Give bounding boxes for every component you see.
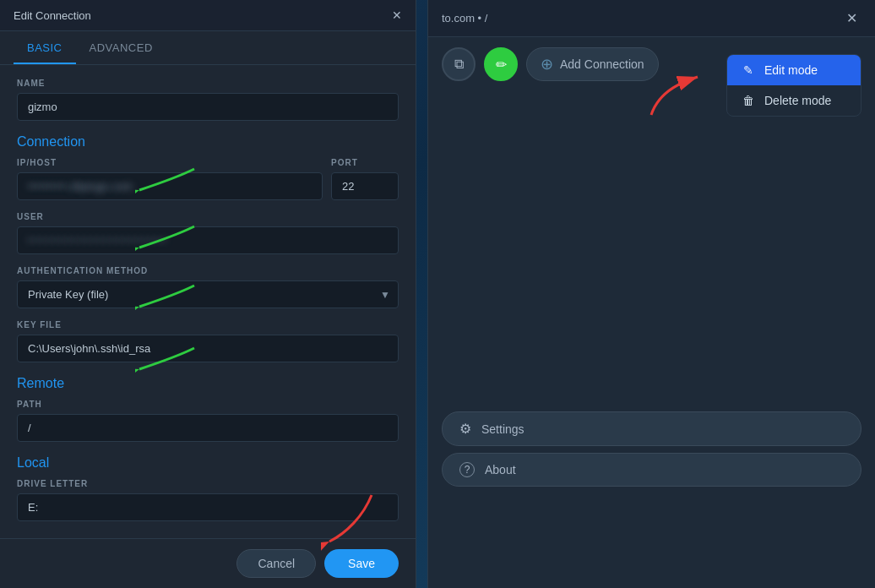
cancel-button[interactable]: Cancel bbox=[236, 549, 316, 578]
name-label: NAME bbox=[17, 79, 399, 88]
save-button[interactable]: Save bbox=[324, 549, 399, 578]
edit-mode-label: Edit mode bbox=[764, 63, 818, 77]
ip-port-row: IP/HOST ••••••••••.sftptogo.com PORT bbox=[17, 158, 399, 212]
ip-host-input[interactable]: ••••••••••.sftptogo.com bbox=[17, 172, 323, 200]
ip-host-field-group: IP/HOST ••••••••••.sftptogo.com bbox=[17, 158, 323, 200]
name-input[interactable] bbox=[17, 93, 399, 121]
delete-mode-item[interactable]: 🗑 Delete mode bbox=[727, 85, 861, 116]
settings-label: Settings bbox=[481, 422, 524, 436]
port-input[interactable] bbox=[331, 172, 399, 200]
copy-icon-button[interactable]: ⧉ bbox=[442, 47, 476, 81]
ip-host-label: IP/HOST bbox=[17, 158, 323, 167]
edit-mode-item[interactable]: ✎ Edit mode bbox=[727, 55, 861, 85]
settings-button[interactable]: ⚙ Settings bbox=[442, 411, 861, 446]
auth-method-select-wrapper: Password Private Key (file) Private Key … bbox=[17, 280, 399, 308]
copy-icon: ⧉ bbox=[454, 57, 464, 72]
user-input[interactable]: •••••••••••••••••••••• bbox=[17, 226, 399, 254]
tab-basic[interactable]: BASIC bbox=[14, 31, 76, 64]
gear-icon: ⚙ bbox=[459, 421, 471, 437]
key-file-label: KEY FILE bbox=[17, 320, 399, 329]
right-topbar: to.com • / ✕ bbox=[428, 0, 875, 37]
port-label: PORT bbox=[331, 158, 399, 167]
trash-icon: 🗑 bbox=[741, 94, 756, 107]
auth-method-label: AUTHENTICATION METHOD bbox=[17, 266, 399, 275]
pencil-small-icon: ✎ bbox=[741, 63, 756, 77]
dialog-content: NAME Connection IP/HOST ••••••••••.sftpt… bbox=[0, 65, 416, 538]
connection-section-title: Connection bbox=[17, 134, 399, 150]
tab-advanced[interactable]: ADVANCED bbox=[76, 31, 166, 64]
question-icon: ? bbox=[459, 462, 475, 477]
name-field-group: NAME bbox=[17, 79, 399, 121]
remote-section-title: Remote bbox=[17, 376, 399, 391]
right-panel: to.com • / ✕ ⧉ ✏ ⊕ Add Connection ✎ Edit… bbox=[427, 0, 875, 588]
local-section-title: Local bbox=[17, 455, 399, 471]
edit-icon-button[interactable]: ✏ bbox=[484, 47, 518, 81]
edit-connection-dialog: Edit Connection ✕ BASIC ADVANCED NAME Co… bbox=[0, 0, 416, 588]
path-label: PATH bbox=[17, 400, 399, 409]
path-field-group: PATH bbox=[17, 400, 399, 442]
key-file-input[interactable] bbox=[17, 335, 399, 362]
add-connection-button[interactable]: ⊕ Add Connection bbox=[526, 47, 659, 81]
key-file-field-group: KEY FILE bbox=[17, 320, 399, 362]
drive-letter-label: DRIVE LETTER bbox=[17, 479, 399, 488]
auth-method-field-group: AUTHENTICATION METHOD Password Private K… bbox=[17, 266, 399, 308]
auth-method-select[interactable]: Password Private Key (file) Private Key … bbox=[17, 280, 399, 308]
dialog-titlebar: Edit Connection ✕ bbox=[0, 0, 416, 31]
dialog-close-button[interactable]: ✕ bbox=[392, 8, 402, 22]
dialog-tabs: BASIC ADVANCED bbox=[0, 31, 416, 65]
plus-icon: ⊕ bbox=[541, 55, 553, 74]
remote-path: to.com • / bbox=[442, 12, 487, 24]
right-close-button[interactable]: ✕ bbox=[841, 8, 861, 29]
delete-mode-label: Delete mode bbox=[764, 94, 831, 107]
user-label: USER bbox=[17, 212, 399, 221]
add-connection-label: Add Connection bbox=[560, 57, 644, 71]
right-bottom-buttons: ⚙ Settings ? About bbox=[442, 411, 861, 487]
about-button[interactable]: ? About bbox=[442, 453, 861, 487]
path-input[interactable] bbox=[17, 414, 399, 442]
dialog-footer: Cancel Save bbox=[0, 538, 416, 588]
dialog-title: Edit Connection bbox=[14, 9, 91, 22]
edit-dropdown-menu: ✎ Edit mode 🗑 Delete mode bbox=[726, 54, 861, 117]
about-label: About bbox=[485, 463, 516, 476]
port-field-group: PORT bbox=[331, 158, 399, 200]
user-field-group: USER •••••••••••••••••••••• bbox=[17, 212, 399, 254]
drive-letter-input[interactable] bbox=[17, 493, 399, 521]
pencil-icon: ✏ bbox=[496, 57, 507, 73]
drive-letter-field-group: DRIVE LETTER bbox=[17, 479, 399, 521]
